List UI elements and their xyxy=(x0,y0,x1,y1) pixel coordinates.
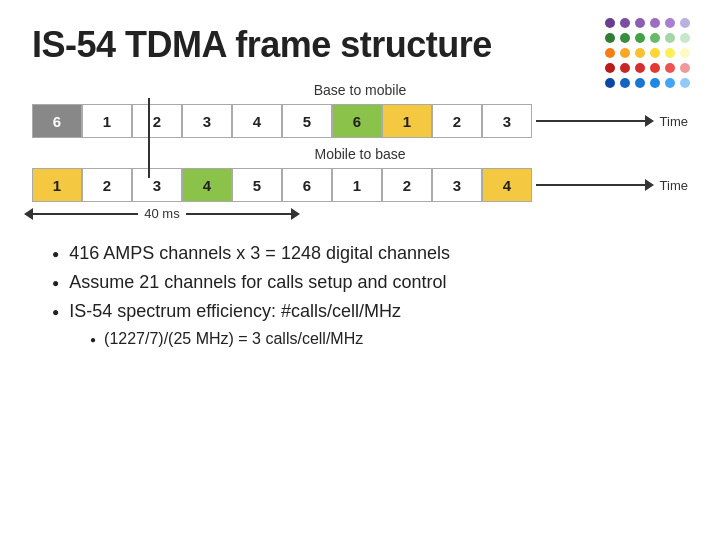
mobile-timeline-arrow xyxy=(536,184,646,186)
frame-cell: 3 xyxy=(432,168,482,202)
frame-cell: 2 xyxy=(382,168,432,202)
ms-row: 40 ms xyxy=(32,206,688,221)
dot xyxy=(620,78,630,88)
dot xyxy=(680,18,690,28)
dot xyxy=(650,48,660,58)
frame-cell: 3 xyxy=(482,104,532,138)
dot xyxy=(605,48,615,58)
dot xyxy=(665,48,675,58)
dot xyxy=(605,63,615,73)
base-timeline-arrow xyxy=(536,120,646,122)
frame-cell: 1 xyxy=(32,168,82,202)
ms-label: 40 ms xyxy=(144,206,179,221)
dot xyxy=(605,78,615,88)
dot xyxy=(605,33,615,43)
dot xyxy=(635,48,645,58)
dot xyxy=(620,48,630,58)
frame-cell: 3 xyxy=(132,168,182,202)
frame-cell: 2 xyxy=(132,104,182,138)
dot xyxy=(665,18,675,28)
frame-cell: 1 xyxy=(382,104,432,138)
bullet-text: 416 AMPS channels x 3 = 1248 digital cha… xyxy=(69,243,450,264)
dot xyxy=(650,18,660,28)
sub-list: (1227/7)/(25 MHz) = 3 calls/cell/MHz xyxy=(52,330,688,348)
ms-arrow-line-right xyxy=(186,213,292,215)
page: IS-54 TDMA frame structure Base to mobil… xyxy=(0,0,720,540)
ms-arrow: 40 ms xyxy=(32,206,292,221)
diagram: Base to mobile 6123456123 Time Mobile to… xyxy=(32,82,688,221)
frame-cell: 4 xyxy=(232,104,282,138)
frame-cell: 2 xyxy=(432,104,482,138)
ms-arrow-line-left xyxy=(32,213,138,215)
frame-cell: 1 xyxy=(82,104,132,138)
dot xyxy=(635,78,645,88)
bullet-text: IS-54 spectrum efficiency: #calls/cell/M… xyxy=(69,301,401,322)
sub-bullet-text: (1227/7)/(25 MHz) = 3 calls/cell/MHz xyxy=(104,330,363,348)
dot xyxy=(620,33,630,43)
frame-cell: 6 xyxy=(282,168,332,202)
bullet-item: Assume 21 channels for calls setup and c… xyxy=(52,272,688,293)
base-to-mobile-label: Base to mobile xyxy=(32,82,688,98)
dot xyxy=(665,33,675,43)
dot xyxy=(635,33,645,43)
mobile-cells: 1234561234 xyxy=(32,168,532,202)
frame-cell: 6 xyxy=(32,104,82,138)
dot xyxy=(620,18,630,28)
dot xyxy=(650,33,660,43)
bullet-text: Assume 21 channels for calls setup and c… xyxy=(69,272,446,293)
bullet-item: 416 AMPS channels x 3 = 1248 digital cha… xyxy=(52,243,688,264)
dot xyxy=(650,78,660,88)
mobile-to-base-label: Mobile to base xyxy=(32,146,688,162)
dot xyxy=(665,78,675,88)
mobile-time-label: Time xyxy=(660,178,688,193)
frame-cell: 2 xyxy=(82,168,132,202)
dot-grid xyxy=(605,18,692,90)
dot xyxy=(620,63,630,73)
bullet-item: IS-54 spectrum efficiency: #calls/cell/M… xyxy=(52,301,688,322)
bullet-list: 416 AMPS channels x 3 = 1248 digital cha… xyxy=(32,243,688,348)
frame-cell: 6 xyxy=(332,104,382,138)
dot xyxy=(680,48,690,58)
dot xyxy=(680,78,690,88)
dot xyxy=(635,18,645,28)
dot xyxy=(665,63,675,73)
frame-cell: 5 xyxy=(282,104,332,138)
dot xyxy=(680,63,690,73)
vertical-divider xyxy=(148,98,150,178)
frame-cell: 5 xyxy=(232,168,282,202)
dot xyxy=(680,33,690,43)
dot xyxy=(605,18,615,28)
dot xyxy=(650,63,660,73)
frame-cell: 3 xyxy=(182,104,232,138)
frame-cell: 4 xyxy=(182,168,232,202)
sub-bullet-item: (1227/7)/(25 MHz) = 3 calls/cell/MHz xyxy=(90,330,688,348)
frame-cell: 4 xyxy=(482,168,532,202)
base-cells: 6123456123 xyxy=(32,104,532,138)
page-title: IS-54 TDMA frame structure xyxy=(32,24,688,66)
dot xyxy=(635,63,645,73)
base-time-label: Time xyxy=(660,114,688,129)
frame-cell: 1 xyxy=(332,168,382,202)
